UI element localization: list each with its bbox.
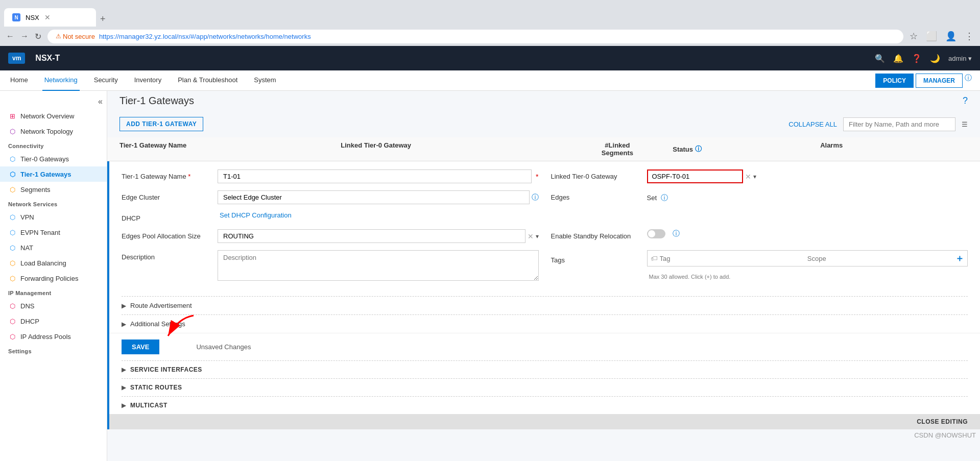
route-advertisement-accordion: ▶ Route Advertisement <box>122 296 968 314</box>
sidebar-collapse-button[interactable]: « <box>98 97 103 106</box>
page-help-icon[interactable]: ? <box>963 95 968 106</box>
close-editing-button[interactable]: CLOSE EDITING <box>917 418 968 425</box>
status-info-icon[interactable]: ⓘ <box>695 144 702 154</box>
form-col-tags: Tags 🏷 ＋ Max 30 allowed. Click (+) to ad… <box>551 250 968 281</box>
standby-info-icon[interactable]: ⓘ <box>673 229 680 238</box>
sidebar-item-network-topology[interactable]: ⬡ Network Topology <box>0 124 107 139</box>
more-button[interactable]: ⋮ <box>963 29 976 44</box>
nav-system[interactable]: System <box>252 70 278 91</box>
col-header-alarms: Alarms <box>820 141 968 157</box>
back-button[interactable]: ← <box>4 30 16 43</box>
browser-address-bar: ← → ↻ ⚠ Not secure https://manager32.yz.… <box>0 27 980 46</box>
unsaved-changes-label: Unsaved Changes <box>196 343 251 351</box>
close-tab-button[interactable]: ✕ <box>44 13 51 21</box>
sidebar-item-tier1-gateways[interactable]: ⬡ Tier-1 Gateways <box>0 166 107 182</box>
policy-button[interactable]: POLICY <box>875 74 914 88</box>
pool-dropdown-icon[interactable]: ▾ <box>536 233 539 240</box>
refresh-button[interactable]: ↻ <box>33 30 43 43</box>
scope-input[interactable] <box>807 255 953 262</box>
tab-bar: N NSX ✕ + <box>4 0 110 27</box>
footer-credit: CSDN @NOWSHUT <box>914 431 976 439</box>
nav-right: POLICY MANAGER ⓘ <box>875 74 972 88</box>
filter-icon: ☰ <box>962 120 968 128</box>
linked-label: Linked Tier-0 Gateway <box>551 169 643 180</box>
filter-input[interactable] <box>843 117 955 131</box>
vpn-icon: ⬡ <box>8 213 16 221</box>
additional-settings-header[interactable]: ▶ Additional Settings <box>122 315 968 333</box>
save-button[interactable]: SAVE <box>122 339 159 354</box>
sidebar-item-vpn[interactable]: ⬡ VPN <box>0 209 107 225</box>
toolbar: ADD TIER-1 GATEWAY COLLAPSE ALL ☰ <box>107 111 980 137</box>
col-header-linked: Linked Tier-0 Gateway <box>341 141 562 157</box>
theme-icon[interactable]: 🌙 <box>930 54 940 63</box>
sidebar-label-dhcp: DHCP <box>20 318 39 325</box>
browser-tab-nsx[interactable]: N NSX ✕ <box>4 8 96 27</box>
manager-button[interactable]: MANAGER <box>916 74 963 88</box>
edge-cluster-info-icon[interactable]: ⓘ <box>532 193 539 202</box>
pool-allocation-select[interactable]: ROUTING <box>218 229 525 243</box>
address-bar[interactable]: ⚠ Not secure https://manager32.yz.local/… <box>47 30 903 43</box>
clear-linked-icon[interactable]: ✕ <box>745 173 751 181</box>
form-row-edge: Edge Cluster Select Edge Cluster ⓘ Edges… <box>122 190 968 204</box>
sidebar-item-load-balancing[interactable]: ⬡ Load Balancing <box>0 255 107 271</box>
tier0-icon: ⬡ <box>8 155 16 163</box>
sidebar-item-dhcp[interactable]: ⬡ DHCP <box>0 313 107 329</box>
form-row-name-linked: Tier-1 Gateway Name * Linked Tier-0 Gate… <box>122 169 968 183</box>
bookmark-button[interactable]: ☆ <box>907 29 920 44</box>
pool-clear-icon[interactable]: ✕ <box>528 232 534 240</box>
nav-plan-troubleshoot[interactable]: Plan & Troubleshoot <box>176 70 240 91</box>
sidebar-item-evpn-tenant[interactable]: ⬡ EVPN Tenant <box>0 225 107 240</box>
sidebar-item-tier0-gateways[interactable]: ⬡ Tier-0 Gateways <box>0 151 107 166</box>
edges-info-icon[interactable]: ⓘ <box>661 193 668 202</box>
sidebar-item-ip-address-pools[interactable]: ⬡ IP Address Pools <box>0 329 107 344</box>
static-routes-header[interactable]: ▶ STATIC ROUTES <box>122 378 968 396</box>
form-col-edge-cluster: Edge Cluster Select Edge Cluster ⓘ <box>122 190 539 204</box>
close-editing-bar: CLOSE EDITING <box>109 414 980 429</box>
search-icon[interactable]: 🔍 <box>875 54 885 63</box>
help-icon[interactable]: ❓ <box>912 54 922 63</box>
description-textarea[interactable] <box>218 250 539 281</box>
col-header-status: Status ⓘ <box>673 141 820 157</box>
nav-inventory[interactable]: Inventory <box>132 70 163 91</box>
name-label: Tier-1 Gateway Name <box>122 169 213 180</box>
save-arrow-indicator <box>158 313 199 344</box>
col-header-name: Tier-1 Gateway Name <box>119 141 341 157</box>
dhcp-link[interactable]: Set DHCP Configuration <box>220 211 292 219</box>
new-tab-button[interactable]: + <box>96 12 110 27</box>
sidebar-item-nat[interactable]: ⬡ NAT <box>0 240 107 255</box>
sidebar-item-dns[interactable]: ⬡ DNS <box>0 298 107 313</box>
linked-tier0-input[interactable] <box>647 169 743 183</box>
collapse-all-button[interactable]: COLLAPSE ALL <box>788 120 837 128</box>
tag-input[interactable] <box>660 255 805 262</box>
notification-icon[interactable]: 🔔 <box>893 54 903 63</box>
tag-add-button[interactable]: ＋ <box>955 252 964 264</box>
nav-security[interactable]: Security <box>92 70 120 91</box>
sidebar-label-segments: Segments <box>20 186 51 193</box>
add-tier1-gateway-button[interactable]: ADD TIER-1 GATEWAY <box>119 117 203 131</box>
edge-cluster-select-wrap: Select Edge Cluster ⓘ <box>218 190 539 204</box>
service-interfaces-arrow: ▶ <box>122 366 126 373</box>
nav-home[interactable]: Home <box>8 70 30 91</box>
nav-info-icon[interactable]: ⓘ <box>965 74 972 88</box>
tags-label: Tags <box>551 253 643 264</box>
user-label[interactable]: admin ▾ <box>948 55 972 62</box>
forward-button[interactable]: → <box>18 30 31 43</box>
profile-button[interactable]: 👤 <box>943 29 959 44</box>
edge-cluster-select[interactable]: Select Edge Cluster <box>218 190 530 204</box>
extensions-button[interactable]: ⬜ <box>924 29 939 44</box>
dropdown-linked-icon[interactable]: ▾ <box>753 173 756 180</box>
multicast-header[interactable]: ▶ MULTICAST <box>122 396 968 414</box>
sidebar-label-network-overview: Network Overview <box>20 112 74 120</box>
service-interfaces-header[interactable]: ▶ SERVICE INTERFACES <box>122 360 968 378</box>
sidebar-item-forwarding-policies[interactable]: ⬡ Forwarding Policies <box>0 271 107 286</box>
nav-networking[interactable]: Networking <box>42 70 80 91</box>
standby-toggle[interactable] <box>647 229 665 238</box>
tags-note: Max 30 allowed. Click (+) to add. <box>647 274 731 280</box>
name-input[interactable] <box>218 169 532 183</box>
route-advertisement-header[interactable]: ▶ Route Advertisement <box>122 297 968 314</box>
sidebar-section-ip-management: IP Management <box>0 286 107 298</box>
sidebar-item-network-overview[interactable]: ⊞ Network Overview <box>0 108 107 124</box>
sidebar-section-network-services: Network Services <box>0 197 107 209</box>
sidebar-item-segments[interactable]: ⬡ Segments <box>0 182 107 197</box>
linked-tier0-wrap: ✕ ▾ <box>647 169 968 183</box>
